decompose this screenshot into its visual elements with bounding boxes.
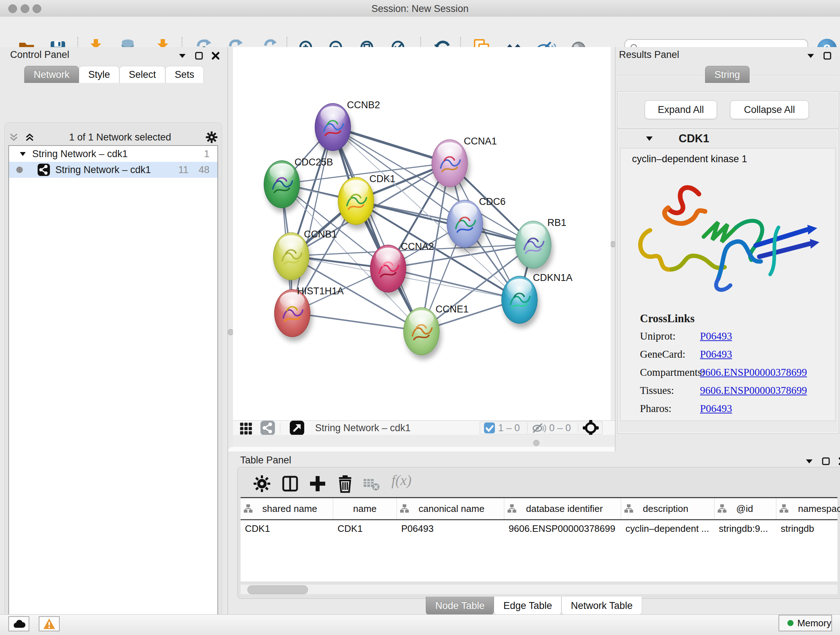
- network-node-ccna1[interactable]: [431, 139, 468, 187]
- node-label-cdk1: CDK1: [369, 173, 395, 185]
- expand-all-networks-icon[interactable]: [8, 132, 19, 143]
- column-header-databaseidentifier[interactable]: database identifier: [504, 498, 621, 519]
- table-hscrollbar[interactable]: [240, 585, 837, 594]
- memory-indicator[interactable]: Memory: [778, 615, 832, 631]
- memory-status-dot-icon: [787, 618, 794, 628]
- collapse-panel-icon[interactable]: [806, 51, 815, 60]
- tree-expander-icon[interactable]: [19, 150, 27, 157]
- node-gloss: [270, 163, 294, 180]
- function-builder-icon[interactable]: f(x): [392, 472, 412, 489]
- column-header-canonicalname[interactable]: canonical name: [397, 498, 504, 519]
- collapse-panel-icon[interactable]: [805, 457, 813, 466]
- node-gloss: [453, 203, 477, 220]
- collapse-section-icon[interactable]: [645, 135, 653, 143]
- table-options-gear-icon[interactable]: [252, 474, 272, 494]
- tab-string[interactable]: String: [705, 66, 750, 83]
- table-container: f(x) shared namenamecanonical namedataba…: [237, 467, 840, 599]
- warning-status-button[interactable]: [39, 616, 60, 631]
- cloud-status-button[interactable]: [8, 616, 29, 631]
- network-node-cdkn1a[interactable]: [501, 276, 538, 324]
- cell-description[interactable]: cyclin–dependent ...: [621, 523, 714, 534]
- collapse-all-networks-icon[interactable]: [24, 132, 35, 143]
- column-header-sharedname[interactable]: shared name: [240, 498, 333, 519]
- network-node-ccne1[interactable]: [403, 307, 439, 355]
- open-in-window-icon[interactable]: [289, 420, 305, 436]
- network-node-ccnb2[interactable]: [315, 103, 351, 151]
- tab-select[interactable]: Select: [119, 66, 165, 83]
- cell-sharedname[interactable]: CDK1: [240, 523, 333, 534]
- column-mapping-icon: [779, 504, 789, 513]
- crosslink-row: GeneCard:P06493: [640, 348, 807, 360]
- network-view-canvas[interactable]: CCNB2CCNA1CDC25BCDK1CDC6RB1CCNB1CCNA2CDK…: [233, 47, 611, 420]
- network-collection-row[interactable]: String Network – cdk1 1: [9, 146, 218, 162]
- expand-all-button[interactable]: Expand All: [645, 100, 717, 119]
- control-panel: Control Panel NetworkStyleSelectSets 1 o…: [0, 47, 228, 614]
- tab-sets[interactable]: Sets: [165, 66, 204, 83]
- network-row-selected[interactable]: String Network – cdk1 11 48: [9, 162, 218, 178]
- delete-table-icon[interactable]: [362, 474, 381, 494]
- right-splitter[interactable]: [611, 47, 615, 451]
- node-gloss: [437, 142, 462, 159]
- memory-label: Memory: [797, 618, 831, 629]
- window-titlebar: Session: New Session: [0, 0, 840, 17]
- network-options-gear-icon[interactable]: [205, 131, 218, 144]
- network-node-cdc6[interactable]: [447, 200, 483, 248]
- selected-checkbox-icon[interactable]: [484, 422, 495, 434]
- scrollbar-thumb[interactable]: [248, 585, 308, 594]
- network-node-rb1[interactable]: [515, 221, 551, 269]
- birds-eye-view-icon[interactable]: [239, 421, 253, 435]
- column-header-namespace[interactable]: namespace: [776, 498, 840, 519]
- close-panel-icon[interactable]: [211, 51, 220, 60]
- delete-column-icon[interactable]: [335, 474, 355, 494]
- add-column-icon[interactable]: [308, 474, 327, 494]
- protein-result-box: CDK1 cyclin–dependent kinase 1: [617, 129, 839, 434]
- tab-network-table[interactable]: Network Table: [561, 597, 642, 615]
- column-header-name[interactable]: name: [333, 498, 397, 519]
- protein-header[interactable]: CDK1: [618, 132, 838, 145]
- collapse-panel-icon[interactable]: [178, 51, 187, 60]
- network-tree: String Network – cdk1 1 String Network –…: [8, 145, 218, 635]
- cell-id[interactable]: stringdb:9...: [714, 523, 776, 534]
- crosslink-label: GeneCard:: [640, 348, 700, 360]
- cell-databaseidentifier[interactable]: 9606.ENSP00000378699: [504, 523, 621, 534]
- network-edge[interactable]: [332, 127, 421, 331]
- network-node-cdk1[interactable]: [338, 177, 374, 225]
- fit-selection-crosshair-icon[interactable]: [583, 420, 599, 436]
- network-overview-icon[interactable]: [260, 420, 276, 436]
- tab-node-table[interactable]: Node Table: [426, 597, 494, 615]
- table-data-row[interactable]: CDK1CDK1P064939606.ENSP00000378699cyclin…: [240, 520, 837, 537]
- crosslink-link[interactable]: P06493: [700, 330, 732, 342]
- table-header-row: shared namenamecanonical namedatabase id…: [240, 498, 837, 520]
- cell-canonicalname[interactable]: P06493: [397, 523, 504, 534]
- column-header-description[interactable]: description: [621, 498, 714, 519]
- crosslink-row: Tissues:9606.ENSP00000378699: [640, 385, 807, 396]
- column-header-id[interactable]: @id: [714, 498, 776, 519]
- network-edge[interactable]: [292, 313, 421, 331]
- float-panel-icon[interactable]: [823, 51, 832, 60]
- node-label-cdc6: CDC6: [479, 196, 506, 207]
- crosslink-row: Uniprot:P06493: [640, 330, 807, 342]
- network-edge[interactable]: [355, 201, 533, 244]
- close-panel-icon[interactable]: [838, 457, 840, 466]
- control-panel-title: Control Panel: [10, 49, 69, 60]
- cell-name[interactable]: CDK1: [333, 523, 397, 534]
- crosslink-link[interactable]: 9606.ENSP00000378699: [700, 366, 807, 378]
- tab-style[interactable]: Style: [79, 66, 119, 83]
- tab-edge-table[interactable]: Edge Table: [494, 597, 561, 615]
- hidden-eye-icon[interactable]: [532, 421, 546, 434]
- tab-network[interactable]: Network: [24, 66, 79, 83]
- node-gloss: [409, 310, 434, 327]
- crosslink-label: Pharos:: [640, 402, 700, 415]
- float-panel-icon[interactable]: [821, 457, 830, 466]
- results-panel-title: Results Panel: [619, 49, 679, 60]
- crosslink-link[interactable]: P06493: [700, 348, 732, 360]
- crosslink-link[interactable]: P06493: [700, 402, 732, 415]
- cell-namespace[interactable]: stringdb: [776, 523, 840, 534]
- float-panel-icon[interactable]: [195, 51, 203, 60]
- splitter-handle[interactable]: [533, 440, 539, 446]
- show-columns-icon[interactable]: [280, 474, 300, 494]
- node-label-ccna1: CCNA1: [464, 136, 497, 147]
- crosslink-link[interactable]: 9606.ENSP00000378699: [700, 385, 807, 396]
- window-title: Session: New Session: [0, 3, 840, 14]
- collapse-all-button[interactable]: Collapse All: [730, 100, 809, 119]
